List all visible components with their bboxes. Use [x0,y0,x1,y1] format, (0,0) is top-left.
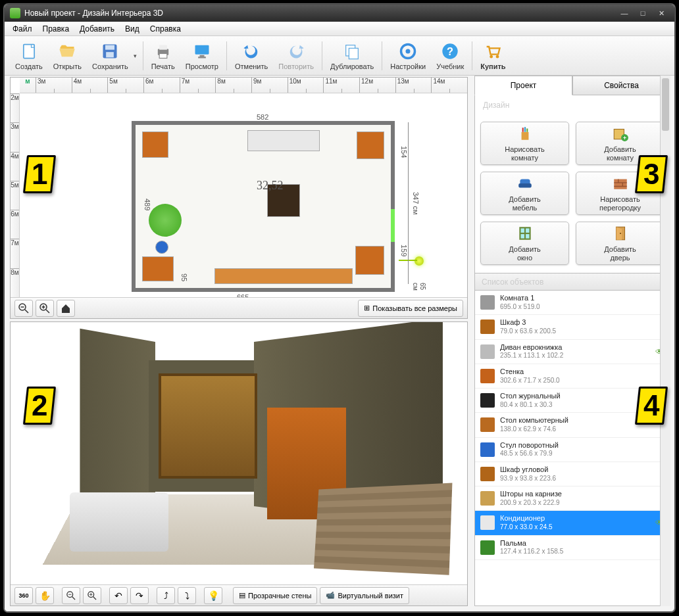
object-row[interactable]: Комната 1 695.0 x 519.0 [475,291,670,315]
svg-rect-7 [195,45,209,54]
window-title: Новый проект - Дизайн Интерьера 3D [24,9,163,18]
object-row[interactable]: Пальма 127.4 x 116.2 x 158.5 [475,536,670,560]
svg-line-19 [25,310,28,313]
create-button[interactable]: Создать [10,37,48,74]
menu-help[interactable]: Справка [145,22,186,36]
duplicate-button[interactable]: Дублировать [325,37,379,74]
window-marker[interactable] [391,209,395,242]
furniture-chair[interactable] [155,241,168,254]
save-button[interactable]: Сохранить [87,37,134,74]
draw-room-button[interactable]: Нарисоватькомнату [480,122,569,165]
rotate-360-button[interactable]: 360 [14,587,33,604]
tilt-down-button[interactable]: ⤵ [178,587,196,604]
menu-add[interactable]: Добавить [74,22,120,36]
object-dimensions: 127.4 x 116.2 x 158.5 [500,548,665,556]
furniture-corner2[interactable] [355,246,384,275]
object-dimensions: 302.6 x 71.7 x 250.0 [500,377,665,385]
object-row[interactable]: Диван еврокнижка 235.1 x 113.1 x 102.2 👁 [475,340,670,364]
rotate-right-button[interactable]: ↷ [130,587,149,604]
wall-3d [80,329,155,520]
print-button[interactable]: Печать [146,37,180,74]
zoom-out-3d-button[interactable] [62,587,80,604]
minimize-button[interactable]: — [616,7,632,19]
object-icon [480,491,495,506]
virtual-visit-button[interactable]: 📹 Виртуальный визит [320,587,409,604]
scrollbar[interactable] [660,291,670,606]
buy-button[interactable]: Купить [475,37,511,74]
armchair-icon [516,174,534,193]
floppy-icon [100,41,120,61]
menu-view[interactable]: Вид [120,22,145,36]
add-door-button[interactable]: Добавитьдверь [576,222,665,265]
object-name: Стул поворотный [500,441,665,450]
pan-button[interactable]: ✋ [36,587,54,604]
tutorial-button[interactable]: ?Учебник [431,37,469,74]
object-row[interactable]: Шкаф 3 79.0 x 63.6 x 200.5 [475,315,670,339]
ruler-tick: 8м [11,268,19,297]
menu-file[interactable]: Файл [7,22,38,36]
object-row[interactable]: Шкаф угловой 93.9 x 93.8 x 223.6 [475,462,670,486]
view-3d-canvas[interactable] [11,322,467,584]
preview-button[interactable]: Просмотр [180,37,224,74]
tab-properties[interactable]: Свойства [572,76,670,95]
room-outline[interactable] [132,121,395,292]
settings-button[interactable]: Настройки [385,37,431,74]
show-dimensions-button[interactable]: ⊞ Показывать все размеры [358,300,463,317]
annotation-badge-4: 4 [635,387,668,425]
redo-button[interactable]: Повторить [273,37,319,74]
add-furniture-button[interactable]: Добавитьмебель [480,172,569,215]
zoom-out-button[interactable] [14,300,33,317]
close-button[interactable]: ✕ [653,7,669,19]
object-icon [480,515,495,530]
furniture-palm[interactable] [149,204,182,237]
svg-point-50 [619,233,620,234]
plan-2d-panel: м 3м 4м 5м 6м 7м 8м 9м 10м 11м 12м 13м 1… [10,77,468,319]
object-row[interactable]: Кондиционер 77.0 x 33.0 x 24.5 👁 [475,511,670,535]
ruler-tick: 12м [359,78,395,93]
furniture-sofa[interactable] [214,268,353,284]
maximize-button[interactable]: □ [635,7,651,19]
svg-point-16 [490,55,493,58]
ruler-tick: 13м [395,78,432,93]
handle-icon[interactable] [415,256,424,266]
dim-top: 582 [257,113,268,121]
plan-canvas[interactable]: 32,52 582 347 см 154 159 65 см 665 489 9… [20,93,467,297]
monitor-icon [192,41,212,61]
annotation-badge-1: 1 [23,155,56,193]
zoom-in-3d-button[interactable] [83,587,101,604]
tab-project[interactable]: Проект [474,76,572,95]
ruler-unit: м [20,78,36,93]
light-button[interactable]: 💡 [204,587,222,604]
svg-rect-11 [349,48,358,59]
ruler-tick: 5м [107,78,143,93]
furniture-desk[interactable] [142,256,174,281]
home-button[interactable] [57,300,75,317]
ruler-tick: 8м [215,78,251,93]
zoom-in-button[interactable] [36,300,54,317]
furniture-ac[interactable] [247,130,320,151]
object-row[interactable]: Шторы на карнизе 200.9 x 20.3 x 222.9 [475,486,670,511]
object-name: Комната 1 [500,294,665,303]
add-window-button[interactable]: Добавитьокно [480,222,569,265]
furniture-corner[interactable] [357,131,384,159]
furniture-wardrobe[interactable] [142,131,168,158]
exterior-wall-3d [314,483,452,575]
svg-text:+: + [622,135,626,141]
open-button[interactable]: Открыть [48,37,87,74]
object-dimensions: 138.0 x 62.9 x 74.6 [500,425,665,434]
save-dropdown[interactable]: ▾ [134,53,140,59]
ruler-tick: 9м [251,78,288,93]
toolbar: Создать Открыть Сохранить ▾ Печать Просм… [5,36,674,76]
menu-edit[interactable]: Правка [38,22,75,36]
ruler-tick: 3м [11,122,19,151]
rotate-left-button[interactable]: ↶ [109,587,128,604]
object-dimensions: 695.0 x 519.0 [500,303,665,312]
transparent-walls-button[interactable]: ▤ Прозрачные стены [233,587,317,604]
object-list[interactable]: Комната 1 695.0 x 519.0 Шкаф 3 79.0 x 63… [474,291,670,606]
dim-line [408,122,409,284]
undo-button[interactable]: Отменить [230,37,273,74]
object-row[interactable]: Стул поворотный 48.5 x 56.6 x 79.9 [475,438,670,462]
object-row[interactable]: Стенка 302.6 x 71.7 x 250.0 [475,364,670,389]
object-icon [480,442,495,457]
tilt-up-button[interactable]: ⤴ [157,587,175,604]
